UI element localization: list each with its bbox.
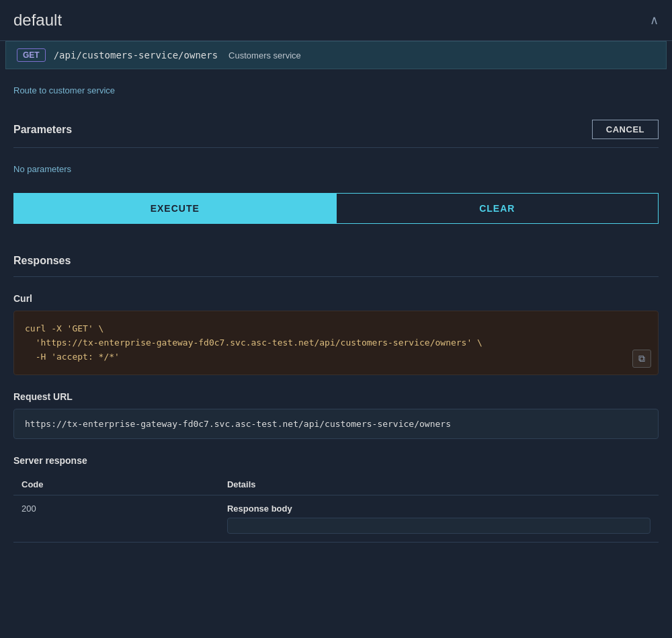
curl-code-block: curl -X 'GET' \ 'https://tx-enterprise-g…	[13, 311, 659, 375]
curl-line-1: curl -X 'GET' \	[25, 322, 647, 336]
page-title: default	[13, 11, 62, 30]
header: default ∧	[0, 0, 672, 41]
request-url-label: Request URL	[13, 391, 659, 402]
parameters-title: Parameters	[13, 124, 72, 136]
endpoint-description: Customers service	[228, 50, 301, 61]
collapse-icon[interactable]: ∧	[650, 13, 659, 28]
method-badge: GET	[17, 48, 46, 62]
server-response-section: Server response Code Details 200 Respons…	[13, 455, 659, 543]
curl-section: Curl curl -X 'GET' \ 'https://tx-enterpr…	[13, 293, 659, 375]
responses-section-header: Responses	[13, 245, 659, 277]
parameters-section-header: Parameters CANCEL	[13, 112, 659, 148]
curl-line-2: 'https://tx-enterprise-gateway-fd0c7.svc…	[25, 336, 647, 350]
response-code-cell: 200	[13, 495, 219, 543]
no-params-text: No parameters	[13, 159, 659, 180]
request-url-section: Request URL https://tx-enterprise-gatewa…	[13, 391, 659, 439]
endpoint-path: /api/customers-service/owners	[54, 50, 218, 61]
curl-label: Curl	[13, 293, 659, 304]
copy-curl-button[interactable]: ⧉	[632, 350, 651, 368]
responses-title: Responses	[13, 255, 71, 266]
table-row: 200 Response body	[13, 495, 659, 543]
endpoint-bar: GET /api/customers-service/owners Custom…	[5, 41, 667, 69]
action-buttons: EXECUTE CLEAR	[13, 193, 659, 224]
curl-line-3: -H 'accept: */*'	[25, 350, 647, 364]
details-column-header: Details	[219, 474, 659, 495]
code-column-header: Code	[13, 474, 219, 495]
request-url-value: https://tx-enterprise-gateway-fd0c7.svc.…	[13, 409, 659, 439]
page-container: default ∧ GET /api/customers-service/own…	[0, 0, 672, 569]
response-table: Code Details 200 Response body	[13, 474, 659, 543]
response-body-label: Response body	[227, 504, 650, 514]
response-body-preview	[227, 518, 650, 534]
main-content: Route to customer service Parameters CAN…	[0, 69, 672, 569]
cancel-button[interactable]: CANCEL	[592, 120, 659, 139]
response-details-cell: Response body	[219, 495, 659, 543]
route-description: Route to customer service	[13, 85, 659, 95]
server-response-label: Server response	[13, 455, 659, 466]
clear-button[interactable]: CLEAR	[336, 194, 659, 223]
execute-button[interactable]: EXECUTE	[14, 194, 336, 223]
